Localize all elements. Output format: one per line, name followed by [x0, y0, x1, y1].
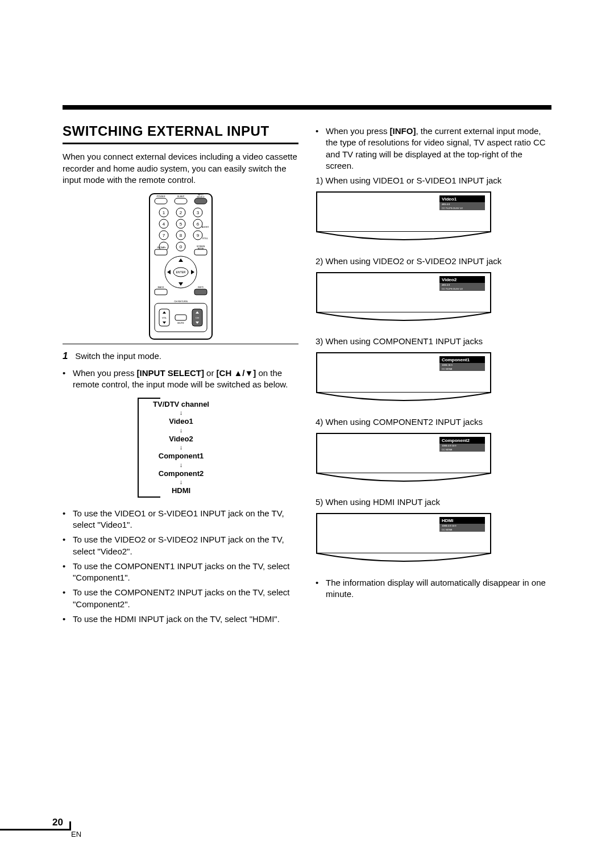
svg-text:MUTE: MUTE	[177, 322, 184, 324]
cycle-item: Video1	[139, 416, 224, 427]
svg-rect-2	[175, 198, 187, 204]
page-language: EN	[71, 830, 81, 838]
down-arrow-icon: ↓	[139, 444, 224, 450]
section-title: SWITCHING EXTERNAL INPUT	[63, 122, 298, 144]
svg-rect-52	[175, 315, 186, 320]
svg-text:0: 0	[179, 244, 182, 249]
osd-line1: 1080i 16:9	[442, 364, 453, 366]
osd-line1: 1080i 4:3 16:9	[442, 444, 457, 447]
svg-text:VOL: VOL	[161, 316, 167, 319]
svg-rect-44	[155, 289, 167, 295]
svg-rect-45	[194, 289, 207, 295]
cycle-item: Component1	[139, 450, 224, 462]
svg-text:SELECT: SELECT	[197, 196, 205, 198]
svg-rect-32	[155, 249, 167, 255]
bullet-text: To use the VIDEO1 or S-VIDEO1 INPUT jack…	[73, 508, 298, 531]
down-arrow-icon: ↓	[139, 462, 224, 468]
osd-title: Component2	[442, 438, 470, 443]
svg-text:INFO: INFO	[198, 286, 204, 289]
bullet-text: When you press [INFO], the current exter…	[326, 126, 551, 172]
step-1-line: 1 Switch the input mode.	[63, 350, 298, 363]
step-text: Switch the input mode.	[75, 351, 161, 361]
bullet-dot: •	[63, 508, 73, 531]
osd-examples: 1) When using VIDEO1 or S-VIDEO1 INPUT j…	[316, 175, 551, 567]
bullet-dot: •	[63, 368, 73, 391]
step1-bullets: • When you press [INPUT SELECT] or [CH ▲…	[63, 368, 298, 391]
svg-text:POWER: POWER	[156, 195, 165, 198]
input-use-bullet: •To use the COMPONENT2 INPUT jacks on th…	[63, 587, 298, 610]
page-number: 20	[52, 817, 63, 828]
trailing-bullet: • The information display will automatic…	[316, 577, 551, 600]
header-rule	[63, 105, 551, 110]
bullet-dot: •	[63, 587, 73, 610]
svg-text:CH: CH	[196, 316, 199, 319]
svg-text:MODE: MODE	[197, 248, 204, 250]
bullet-dot: •	[316, 126, 326, 172]
osd-line1: 480i 4:3	[442, 283, 450, 286]
step1-bullet: • When you press [INPUT SELECT] or [CH ▲…	[63, 368, 298, 391]
section-intro: When you connect external devices includ…	[63, 151, 298, 186]
bullet-dot: •	[63, 561, 73, 584]
bullet-text: When you press [INPUT SELECT] or [CH ▲/▼…	[73, 368, 298, 391]
bullet-text: To use the HDMI INPUT jack on the TV, se…	[73, 614, 280, 625]
input-use-bullet: •To use the VIDEO1 or S-VIDEO1 INPUT jac…	[63, 508, 298, 531]
osd-caption: 2) When using VIDEO2 or S-VIDEO2 INPUT j…	[316, 256, 551, 267]
cycle-item: Video2	[139, 433, 224, 445]
hairline-divider	[63, 344, 298, 344]
input-use-bullet: •To use the COMPONENT1 INPUT jacks on th…	[63, 561, 298, 584]
cycle-item: HDMI	[139, 485, 224, 496]
osd-title: Video2	[442, 277, 457, 282]
remote-illustration: POWER SLEEP INPUT SELECT 123456789—0 AUD…	[63, 193, 298, 340]
down-arrow-icon: ↓	[139, 410, 224, 416]
osd-line2: CC TV-PG DLSV 1/2	[442, 287, 463, 290]
svg-text:BACK: BACK	[157, 286, 164, 289]
osd-example: 3) When using COMPONENT1 INPUT jacksComp…	[316, 336, 551, 406]
osd-caption: 1) When using VIDEO1 or S-VIDEO1 INPUT j…	[316, 175, 551, 186]
svg-text:3: 3	[196, 210, 199, 215]
osd-title: Component1	[442, 357, 470, 362]
bullet-text: To use the VIDEO2 or S-VIDEO2 INPUT jack…	[73, 534, 298, 557]
osd-title: Video1	[442, 197, 457, 202]
svg-text:7: 7	[162, 233, 165, 238]
osd-caption: 3) When using COMPONENT1 INPUT jacks	[316, 336, 551, 347]
osd-line2: CC NONE	[442, 528, 453, 531]
osd-example: 5) When using HDMI INPUT jackHDMI1080i 4…	[316, 496, 551, 567]
svg-text:6: 6	[196, 222, 199, 227]
tv-screen-icon: Video1480i 4:3CC TV-PG DLSV 1/2	[316, 191, 492, 242]
remote-svg: POWER SLEEP INPUT SELECT 123456789—0 AUD…	[147, 193, 215, 340]
tv-screen-icon: Video2480i 4:3CC TV-PG DLSV 1/2	[316, 272, 492, 323]
osd-line2: CC NONE	[442, 448, 453, 451]
info-bullet-block: • When you press [INFO], the current ext…	[316, 126, 551, 172]
tv-screen-icon: HDMI1080i 4:3 16:9CC NONE	[316, 512, 492, 564]
osd-line2: CC NONE	[442, 368, 453, 370]
bullet-text: The information display will automatical…	[326, 577, 551, 600]
right-column: • When you press [INFO], the current ext…	[316, 122, 551, 628]
svg-text:2: 2	[179, 210, 182, 215]
svg-text:9: 9	[196, 233, 199, 238]
tv-screen-icon: Component21080i 4:3 16:9CC NONE	[316, 432, 492, 483]
svg-text:1: 1	[162, 210, 165, 215]
svg-text:CH RETURN: CH RETURN	[174, 300, 188, 303]
osd-line2: CC TV-PG DLSV 1/2	[442, 207, 463, 210]
cycle-item: TV/DTV channel	[139, 399, 224, 410]
osd-example: 1) When using VIDEO1 or S-VIDEO1 INPUT j…	[316, 175, 551, 245]
input-cycle-diagram: TV/DTV channel↓Video1↓Video2↓Component1↓…	[63, 398, 298, 498]
osd-caption: 5) When using HDMI INPUT jack	[316, 496, 551, 508]
input-use-bullet: •To use the HDMI INPUT jack on the TV, s…	[63, 614, 298, 625]
tv-screen-icon: Component11080i 16:9CC NONE	[316, 352, 492, 403]
left-column: SWITCHING EXTERNAL INPUT When you connec…	[63, 122, 298, 628]
svg-text:STILL: STILL	[202, 237, 208, 240]
svg-rect-33	[194, 249, 207, 255]
svg-text:AUDIO: AUDIO	[201, 226, 209, 228]
bullet-dot: •	[63, 614, 73, 625]
manual-page: SWITCHING EXTERNAL INPUT When you connec…	[0, 0, 614, 868]
bullet-text: To use the COMPONENT1 INPUT jacks on the…	[73, 561, 298, 584]
svg-text:SLEEP: SLEEP	[177, 195, 184, 198]
svg-text:ENTER: ENTER	[176, 270, 185, 274]
cycle-item: Component2	[139, 468, 224, 479]
osd-line1: 1080i 4:3 16:9	[442, 524, 457, 527]
down-arrow-icon: ↓	[139, 479, 224, 485]
osd-caption: 4) When using COMPONENT2 INPUT jacks	[316, 416, 551, 428]
step-number: 1	[63, 350, 73, 363]
bullet-dot: •	[316, 577, 326, 600]
